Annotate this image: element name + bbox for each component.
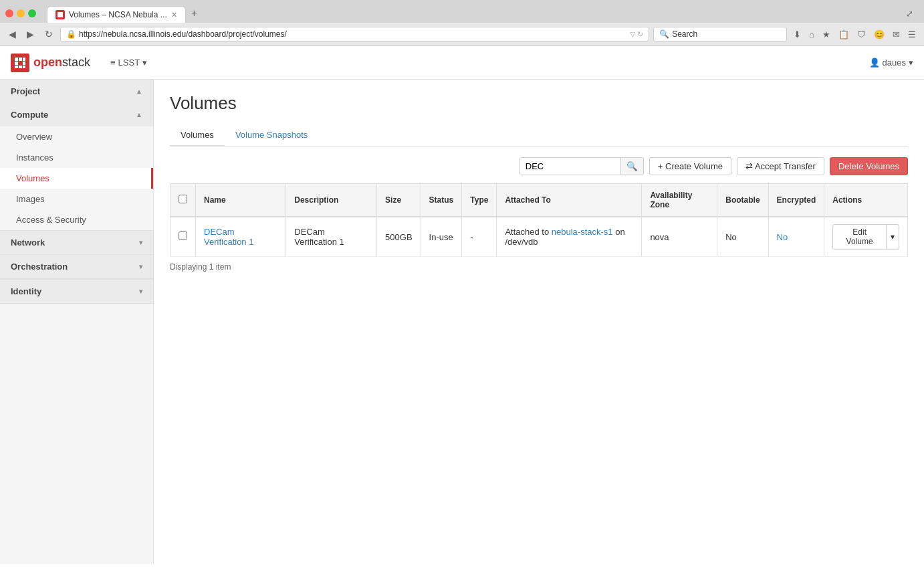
row-status: In-use xyxy=(421,217,462,257)
tab-close-button[interactable]: ✕ xyxy=(171,11,177,19)
shield-icon[interactable]: 🛡 xyxy=(854,28,869,41)
tab-title: Volumes – NCSA Nebula ... xyxy=(69,10,167,19)
sidebar-identity-section: Identity ▾ xyxy=(0,280,153,304)
maximize-dot[interactable] xyxy=(28,9,36,17)
project-dropdown-arrow: ▾ xyxy=(142,58,147,68)
sidebar-orchestration-header[interactable]: Orchestration ▾ xyxy=(0,255,153,278)
sidebar-project-label: Project xyxy=(11,86,40,96)
svg-rect-3 xyxy=(15,62,18,65)
row-encrypted: No xyxy=(768,217,824,257)
search-button[interactable]: 🔍 xyxy=(620,158,643,175)
tab-volume-snapshots[interactable]: Volume Snapshots xyxy=(225,124,318,147)
download-icon[interactable]: ⬇ xyxy=(791,28,804,41)
sidebar-project-arrow: ▲ xyxy=(136,88,142,95)
sidebar-compute-label: Compute xyxy=(11,110,48,120)
bookmark-icon[interactable]: 📋 xyxy=(836,28,852,41)
table-toolbar: 🔍 + Create Volume ⇄ Accept Transfer Dele… xyxy=(170,157,908,175)
svg-rect-2 xyxy=(23,58,25,61)
app-logo-text: openstack xyxy=(33,56,90,70)
tab-favicon xyxy=(55,10,65,19)
sidebar-project-section: Project ▲ Compute ▲ Overview Instances xyxy=(0,80,153,280)
row-name: DECam Verification 1 xyxy=(196,217,286,257)
sidebar-compute-header[interactable]: Compute ▲ xyxy=(0,103,153,126)
row-availability-zone: nova xyxy=(642,217,717,257)
openstack-logo-icon xyxy=(11,54,29,72)
edit-volume-button[interactable]: Edit Volume xyxy=(832,224,887,250)
select-all-header xyxy=(170,184,196,217)
star-icon[interactable]: ★ xyxy=(820,28,833,41)
svg-rect-5 xyxy=(15,66,18,68)
page-title: Volumes xyxy=(170,93,908,114)
emoji-icon[interactable]: 😊 xyxy=(871,28,887,41)
sidebar-item-images[interactable]: Images xyxy=(0,189,153,209)
user-dropdown-arrow: ▾ xyxy=(909,58,913,68)
sidebar-identity-header[interactable]: Identity ▾ xyxy=(0,280,153,303)
row-checkbox[interactable] xyxy=(179,231,187,240)
sidebar-item-volumes[interactable]: Volumes xyxy=(0,168,153,189)
project-dropdown[interactable]: ≡ LSST ▾ xyxy=(110,58,147,68)
project-icon: ≡ xyxy=(110,58,116,68)
forward-button[interactable]: ▶ xyxy=(23,27,37,41)
action-button-group: Edit Volume ▾ xyxy=(832,224,899,250)
row-bootable: No xyxy=(717,217,768,257)
create-volume-button[interactable]: + Create Volume xyxy=(649,157,731,175)
sidebar-item-overview[interactable]: Overview xyxy=(0,126,153,147)
tab-volumes[interactable]: Volumes xyxy=(170,124,225,147)
sidebar-item-instances[interactable]: Instances xyxy=(0,147,153,168)
row-actions: Edit Volume ▾ xyxy=(824,217,908,257)
table-footer-text: Displaying 1 item xyxy=(170,262,231,272)
sidebar-compute-section: Compute ▲ Overview Instances Volumes Ima… xyxy=(0,103,153,231)
table-row: DECam Verification 1 DECam Verification … xyxy=(170,217,908,257)
main-content: Volumes Volumes Volume Snapshots 🔍 + Cre… xyxy=(154,80,924,564)
reload-button[interactable]: ↻ xyxy=(41,27,56,41)
sidebar-network-section: Network ▾ xyxy=(0,231,153,255)
menu-icon[interactable]: ☰ xyxy=(905,28,919,41)
sidebar-orchestration-label: Orchestration xyxy=(11,262,68,272)
col-bootable: Bootable xyxy=(717,184,768,217)
address-bar[interactable]: 🔒 https://nebula.ncsa.illinois.edu/dashb… xyxy=(60,27,649,41)
edit-volume-dropdown-button[interactable]: ▾ xyxy=(887,224,899,250)
sidebar-network-label: Network xyxy=(11,237,45,248)
svg-rect-6 xyxy=(19,66,22,68)
col-type: Type xyxy=(462,184,497,217)
sidebar-identity-label: Identity xyxy=(11,286,41,296)
sidebar-compute-arrow: ▲ xyxy=(136,111,142,118)
search-box[interactable]: 🔍 xyxy=(519,157,644,175)
row-checkbox-cell xyxy=(170,217,196,257)
volume-name-link[interactable]: DECam Verification 1 xyxy=(204,227,253,247)
browser-tab[interactable]: Volumes – NCSA Nebula ... ✕ xyxy=(47,6,186,23)
sidebar-item-access-security[interactable]: Access & Security xyxy=(0,209,153,230)
url-text: https://nebula.ncsa.illinois.edu/dashboa… xyxy=(79,29,287,39)
col-size: Size xyxy=(377,184,421,217)
close-dot[interactable] xyxy=(5,9,13,17)
window-controls: ⤢ xyxy=(906,9,919,19)
col-encrypted: Encrypted xyxy=(768,184,824,217)
bookmark-controls: ▽ ↻ xyxy=(630,30,643,39)
svg-rect-1 xyxy=(19,58,22,61)
app-header: openstack ≡ LSST ▾ 👤 daues ▾ xyxy=(0,46,924,80)
minimize-dot[interactable] xyxy=(17,9,25,17)
col-description: Description xyxy=(286,184,377,217)
svg-rect-7 xyxy=(23,66,25,68)
browser-search-box[interactable]: 🔍 Search xyxy=(653,27,787,41)
encrypted-link[interactable]: No xyxy=(777,232,788,242)
row-size: 500GB xyxy=(377,217,421,257)
user-icon: 👤 xyxy=(869,58,880,68)
back-button[interactable]: ◀ xyxy=(5,27,19,41)
sidebar-network-header[interactable]: Network ▾ xyxy=(0,231,153,254)
new-tab-button[interactable]: + xyxy=(186,4,203,23)
attached-to-text: Attached to xyxy=(505,227,551,237)
search-input[interactable] xyxy=(520,158,620,175)
sidebar: Project ▲ Compute ▲ Overview Instances xyxy=(0,80,154,564)
svg-rect-4 xyxy=(23,62,25,65)
sidebar-orchestration-section: Orchestration ▾ xyxy=(0,255,153,279)
select-all-checkbox[interactable] xyxy=(179,195,187,203)
col-actions: Actions xyxy=(824,184,908,217)
home-icon[interactable]: ⌂ xyxy=(806,28,817,41)
attached-to-link[interactable]: nebula-stack-s1 xyxy=(552,227,613,237)
delete-volumes-button[interactable]: Delete Volumes xyxy=(830,157,908,175)
sidebar-project-header[interactable]: Project ▲ xyxy=(0,80,153,103)
accept-transfer-button[interactable]: ⇄ Accept Transfer xyxy=(737,157,824,175)
send-icon[interactable]: ✉ xyxy=(890,28,903,41)
user-dropdown[interactable]: 👤 daues ▾ xyxy=(869,58,913,68)
